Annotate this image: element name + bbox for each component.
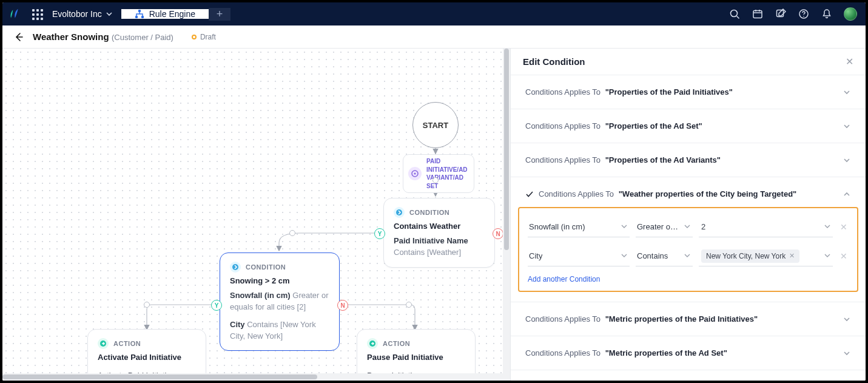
port[interactable] (144, 302, 150, 308)
operator-select[interactable]: Contains (636, 246, 693, 266)
status-badge: Draft (192, 33, 216, 41)
status-label: Draft (200, 33, 216, 41)
condition-icon (230, 262, 241, 273)
value-input[interactable]: New York City, New York✕ (699, 246, 833, 266)
action-icon (98, 338, 109, 349)
svg-point-9 (414, 172, 415, 174)
condition-node-snowing[interactable]: CONDITION Snowing > 2 cm Snowfall (in cm… (220, 253, 340, 351)
remove-row-icon[interactable]: ✕ (839, 251, 849, 261)
panel-title: Edit Condition (523, 56, 585, 67)
value-input[interactable]: 2 (699, 217, 833, 237)
add-condition-link[interactable]: Add another Condition (528, 275, 849, 283)
chip-remove-icon[interactable]: ✕ (789, 252, 795, 260)
svg-rect-0 (138, 10, 141, 12)
chevron-down-icon (843, 88, 851, 97)
port[interactable] (432, 177, 439, 183)
action-icon (367, 338, 378, 349)
port[interactable] (406, 302, 412, 308)
page-title-group: Weather Snowing (Customer / Paid) (33, 32, 173, 42)
vertical-scrollbar[interactable] (503, 49, 510, 373)
svg-rect-2 (141, 16, 144, 18)
no-badge: N (493, 228, 503, 239)
tab-label: Rule Engine (149, 9, 195, 19)
no-badge: N (337, 300, 348, 311)
edit-condition-panel: Edit Condition ✕ Conditions Applies To "… (510, 49, 866, 381)
chevron-down-icon (843, 349, 851, 358)
new-tab-button[interactable]: + (209, 8, 230, 21)
svg-point-7 (803, 16, 804, 17)
calendar-icon[interactable] (752, 8, 764, 20)
start-node[interactable]: START (412, 102, 459, 148)
operator-select[interactable]: Greater or e... (636, 217, 693, 237)
section-ad-set[interactable]: Conditions Applies To "Properties of the… (511, 109, 866, 143)
page-context: (Customer / Paid) (112, 33, 173, 42)
search-icon[interactable] (728, 8, 741, 20)
svg-rect-1 (135, 16, 138, 18)
back-arrow-icon[interactable] (13, 32, 24, 42)
chevron-down-icon (824, 253, 830, 259)
app-launcher-icon[interactable] (25, 9, 49, 19)
condition-row-2: City Contains New York City, New York✕ ✕ (528, 246, 849, 266)
avatar[interactable] (844, 7, 857, 21)
top-nav: Evoltobor Inc Rule Engine + (2, 2, 866, 25)
chevron-down-icon (684, 253, 690, 259)
chevron-down-icon (843, 315, 851, 324)
yes-badge: Y (374, 228, 385, 239)
org-name: Evoltobor Inc (52, 9, 102, 19)
section-weather-city[interactable]: Conditions Applies To "Weather propertie… (511, 177, 866, 205)
horizontal-scrollbar[interactable] (2, 373, 510, 381)
page-title: Weather Snowing (33, 32, 109, 42)
page-subheader: Weather Snowing (Customer / Paid) Draft (2, 25, 866, 49)
entity-label: PAID INITIATIVE/AD VARIANT/AD SET (426, 157, 469, 190)
flow-canvas[interactable]: START PAID INITIATIVE/AD VARIANT/AD SET … (2, 49, 510, 381)
bell-icon[interactable] (821, 8, 833, 20)
chevron-down-icon (824, 223, 830, 229)
section-paid-initiatives[interactable]: Conditions Applies To "Properties of the… (511, 75, 866, 109)
chevron-down-icon (684, 223, 690, 229)
sitemap-icon (135, 9, 144, 19)
entity-node[interactable]: PAID INITIATIVE/AD VARIANT/AD SET (403, 154, 474, 193)
org-switcher[interactable]: Evoltobor Inc (49, 9, 121, 19)
field-select[interactable]: City (528, 246, 630, 266)
chevron-down-icon (621, 253, 627, 259)
value-chip[interactable]: New York City, New York✕ (701, 249, 799, 263)
entity-icon (408, 167, 422, 180)
svg-rect-4 (753, 11, 762, 18)
chevron-up-icon (843, 190, 851, 198)
condition-node-weather[interactable]: CONDITION Contains Weather Paid Initiati… (383, 198, 495, 268)
tab-rule-engine[interactable]: Rule Engine (121, 9, 209, 19)
port[interactable] (289, 230, 295, 236)
section-metric-ad-set[interactable]: Conditions Applies To "Metric properties… (511, 336, 866, 370)
svg-point-10 (396, 209, 402, 215)
chevron-down-icon (621, 223, 627, 229)
remove-row-icon[interactable]: ✕ (839, 222, 849, 232)
compose-icon[interactable] (775, 8, 787, 20)
condition-editor: Snowfall (in cm) Greater or e... 2 ✕ Cit… (518, 207, 858, 292)
close-icon[interactable]: ✕ (846, 56, 853, 67)
condition-icon (394, 207, 405, 218)
condition-row-1: Snowfall (in cm) Greater or e... 2 ✕ (528, 217, 849, 237)
section-metric-initiatives[interactable]: Conditions Applies To "Metric properties… (511, 302, 866, 336)
check-icon (525, 190, 534, 198)
field-select[interactable]: Snowfall (in cm) (528, 217, 630, 237)
chevron-down-icon (843, 122, 851, 130)
chevron-down-icon (106, 10, 113, 18)
app-logo[interactable] (2, 8, 25, 20)
svg-point-11 (232, 264, 238, 270)
help-icon[interactable] (798, 8, 810, 20)
chevron-down-icon (843, 156, 851, 164)
draft-dot-icon (192, 35, 197, 39)
svg-point-3 (731, 10, 738, 17)
section-ad-variants[interactable]: Conditions Applies To "Properties of the… (511, 143, 866, 177)
yes-badge: Y (211, 300, 222, 311)
